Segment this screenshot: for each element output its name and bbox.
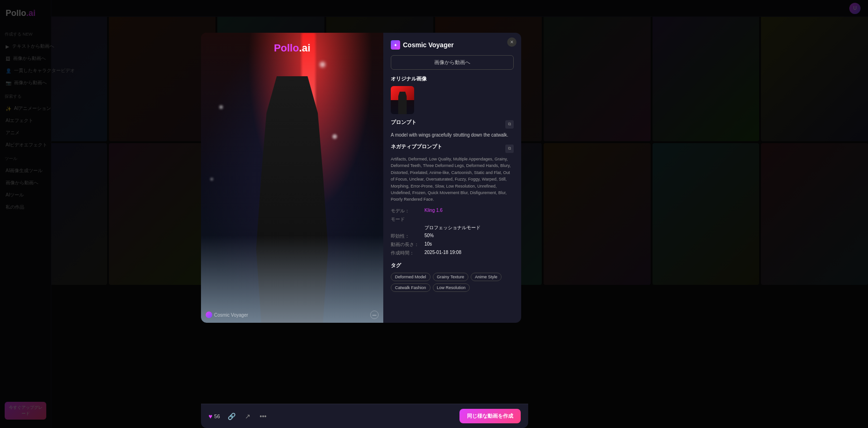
model-key: モデル： [391,208,419,214]
cosmic-icon: ✦ [391,40,400,50]
image-container: Pollo.ai Cosmic Voyager ••• [201,33,383,323]
duration-key: 動画の長さ： [391,241,419,248]
bokeh-1 [320,62,325,67]
tag-anime-style[interactable]: Anime Style [471,273,502,281]
tags-label: タグ [391,262,514,269]
more-options-button[interactable]: ••• [258,411,269,422]
user-name-label: Cosmic Voyager [214,312,248,318]
heart-icon: ♥ [208,413,212,420]
share-link-button[interactable]: 🔗 [226,411,237,422]
copy-prompt-button[interactable]: ⧉ [505,120,514,129]
close-button[interactable]: × [507,37,516,47]
tag-grainy-texture[interactable]: Grainy Texture [433,273,468,281]
speed-key: 即効性： [391,233,419,239]
prompt-header: プロンプト ⧉ [391,119,514,130]
original-image-thumb [391,86,414,114]
panel-title-row: ✦ Cosmic Voyager [391,40,514,50]
fashion-image [201,33,383,323]
negative-prompt-text: Artifacts, Deformed, Low Quality, Multip… [391,156,514,203]
like-button[interactable]: ♥ 56 [208,413,220,420]
modal-info-panel: × ✦ Cosmic Voyager 画像から動画へ オリジナル画像 プロンプト… [383,33,521,323]
duration-value: 10s [424,241,514,248]
panel-title: Cosmic Voyager [403,41,454,49]
negative-prompt-header: ネガティブプロンプト ⧉ [391,143,514,154]
image-footer: Cosmic Voyager ••• [206,311,379,319]
fog-effect [201,236,383,323]
prompt-section: プロンプト ⧉ A model with wings gracefully st… [391,119,514,138]
action-left: ♥ 56 🔗 ↗ ••• [208,411,268,422]
mode-value [424,216,514,223]
tag-low-resolution[interactable]: Low Resolution [433,283,470,292]
tag-catwalk-fashion[interactable]: Catwalk Fashion [391,283,430,292]
mode-value-label [391,225,419,231]
model-value: Kling 1.6 [424,208,514,214]
more-dots[interactable]: ••• [370,311,379,319]
original-image-label: オリジナル画像 [391,75,514,82]
like-count: 56 [214,413,220,419]
mode-key: モード [391,216,419,223]
professional-mode-value: プロフェッショナルモード [424,225,514,231]
speed-value: 50% [424,233,514,239]
bokeh-3 [332,134,337,139]
negative-prompt-label: ネガティブプロンプト [391,143,442,150]
user-icon [206,312,212,318]
created-key: 作成時間： [391,250,419,256]
bokeh-2 [219,105,223,109]
to-video-button[interactable]: 画像から動画へ [391,55,514,70]
prompt-text: A model with wings gracefully strutting … [391,131,514,138]
tag-deformed-model[interactable]: Deformed Model [391,273,430,281]
modal-action-bar: ♥ 56 🔗 ↗ ••• 同じ様な動画を作成 [201,404,528,428]
bokeh-4 [210,178,213,181]
watermark: Pollo.ai [274,42,310,54]
created-value: 2025-01-18 19:08 [424,250,514,256]
negative-prompt-section: ネガティブプロンプト ⧉ Artifacts, Deformed, Low Qu… [391,143,514,203]
tags-section: タグ Deformed ModelGrainy TextureAnime Sty… [391,262,514,292]
meta-grid: モデル： Kling 1.6 モード プロフェッショナルモード 即効性： 50%… [391,208,514,256]
prompt-label: プロンプト [391,119,416,126]
modal: Pollo.ai Cosmic Voyager ••• × ✦ Cosmic V… [201,33,528,323]
modal-image-panel: Pollo.ai Cosmic Voyager ••• [201,33,383,323]
share-button[interactable]: ↗ [243,411,252,422]
copy-negative-button[interactable]: ⧉ [505,145,514,153]
tags-row: Deformed ModelGrainy TextureAnime StyleC… [391,273,514,292]
create-similar-button[interactable]: 同じ様な動画を作成 [459,409,521,423]
user-tag: Cosmic Voyager [206,312,248,318]
